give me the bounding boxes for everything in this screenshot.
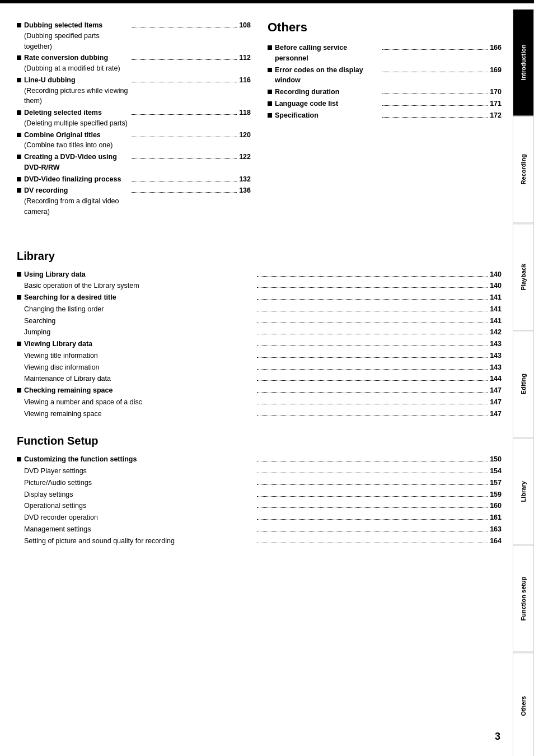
page-number: 3 (495, 731, 500, 743)
bullet-square (17, 23, 21, 27)
sidebar-tab-library[interactable]: Library (513, 438, 534, 545)
toc-item-display-settings: Display settings 159 (17, 489, 502, 500)
sidebar-tab-introduction[interactable]: Introduction (513, 9, 534, 116)
library-section: Library Using Library data 140 Basic ope… (17, 250, 502, 419)
bullet-square (268, 113, 272, 118)
toc-item-line-u: Line-U dubbing (Recording pictures while… (17, 75, 251, 106)
left-toc-block: Dubbing selected Items (Dubbing specifie… (17, 20, 251, 217)
toc-item-basic-operation: Basic operation of the Library system 14… (17, 281, 502, 291)
toc-item-dvd-recorder-operation: DVD recorder operation 161 (17, 512, 502, 523)
toc-item-rate-conversion: Rate conversion dubbing (Dubbing at a mo… (17, 53, 251, 74)
bullet-square (268, 68, 272, 72)
toc-item-searching-sub: Searching 141 (17, 316, 502, 326)
toc-item-dubbing-selected: Dubbing selected Items (Dubbing specifie… (17, 20, 251, 52)
toc-item-maintenance: Maintenance of Library data 144 (17, 374, 502, 384)
toc-item-picture-audio: Picture/Audio settings 157 (17, 478, 502, 488)
function-setup-section: Function Setup Customizing the function … (17, 435, 502, 546)
sidebar-tab-editing[interactable]: Editing (513, 330, 534, 437)
toc-item-dvd-player-settings: DVD Player settings 154 (17, 466, 502, 477)
col-right-others: Others Before calling service personnel … (268, 20, 502, 233)
bullet-square (17, 295, 21, 300)
sidebar: Introduction Recording Playback Editing … (513, 9, 534, 756)
bullet-square (17, 110, 21, 115)
sidebar-tab-function-setup[interactable]: Function setup (513, 545, 534, 652)
toc-item-changing-listing: Changing the listing order 141 (17, 304, 502, 315)
toc-item-management-settings: Management settings 163 (17, 524, 502, 535)
bullet-square (17, 155, 21, 159)
toc-item-jumping: Jumping 142 (17, 327, 502, 338)
bullet-square (268, 101, 272, 106)
toc-item-recording-duration: Recording duration 170 (268, 87, 502, 97)
toc-item-viewing-remaining: Viewing remaining space 147 (17, 409, 502, 419)
toc-item-setting-picture: Setting of picture and sound quality for… (17, 536, 502, 547)
function-setup-title: Function Setup (17, 435, 502, 447)
sidebar-tab-playback[interactable]: Playback (513, 223, 534, 330)
toc-item-operational-settings: Operational settings 160 (17, 501, 502, 511)
main-content: Dubbing selected Items (Dubbing specifie… (0, 9, 513, 756)
toc-item-viewing-number: Viewing a number and space of a disc 147 (17, 397, 502, 408)
toc-item-error-codes: Error codes on the display window 169 (268, 65, 502, 86)
toc-item-dvd-video: Creating a DVD-Video using DVD-R/RW 122 (17, 152, 251, 173)
toc-item-finalizing: DVD-Video finalizing process 132 (17, 174, 251, 185)
bullet-square (17, 177, 21, 181)
toc-item-specification: Specification 172 (268, 110, 502, 121)
sidebar-tab-recording[interactable]: Recording (513, 116, 534, 223)
sidebar-tab-others[interactable]: Others (513, 652, 534, 756)
library-title: Library (17, 250, 502, 263)
toc-item-customizing: Customizing the function settings 150 (17, 454, 502, 465)
toc-item-searching: Searching for a desired title 141 (17, 292, 502, 303)
bullet-square (17, 55, 21, 60)
toc-item-checking-remaining: Checking remaining space 147 (17, 385, 502, 396)
others-title: Others (268, 20, 502, 35)
bullet-square (17, 188, 21, 193)
bullet-square (17, 457, 21, 461)
toc-item-combine: Combine Original titles (Combine two tit… (17, 130, 251, 151)
toc-item-viewing-title: Viewing title information 143 (17, 351, 502, 361)
bullet-square (268, 45, 272, 50)
toc-item-viewing-library: Viewing Library data 143 (17, 339, 502, 349)
col-left: Dubbing selected Items (Dubbing specifie… (17, 20, 251, 233)
toc-item-viewing-disc: Viewing disc information 143 (17, 362, 502, 373)
bullet-square (17, 78, 21, 82)
top-bar (0, 0, 534, 3)
toc-item-using-library: Using Library data 140 (17, 269, 502, 280)
toc-item-deleting: Deleting selected items (Deleting multip… (17, 108, 251, 129)
bullet-square (17, 272, 21, 277)
toc-item-language-code: Language code list 171 (268, 99, 502, 109)
toc-item-dv-recording: DV recording (Recording from a digital v… (17, 185, 251, 217)
bullet-square (17, 342, 21, 346)
others-toc-block: Before calling service personnel 166 Err… (268, 43, 502, 120)
bullet-square (17, 133, 21, 137)
bullet-square (17, 388, 21, 393)
toc-item-before-calling: Before calling service personnel 166 (268, 43, 502, 64)
bullet-square (268, 90, 272, 94)
